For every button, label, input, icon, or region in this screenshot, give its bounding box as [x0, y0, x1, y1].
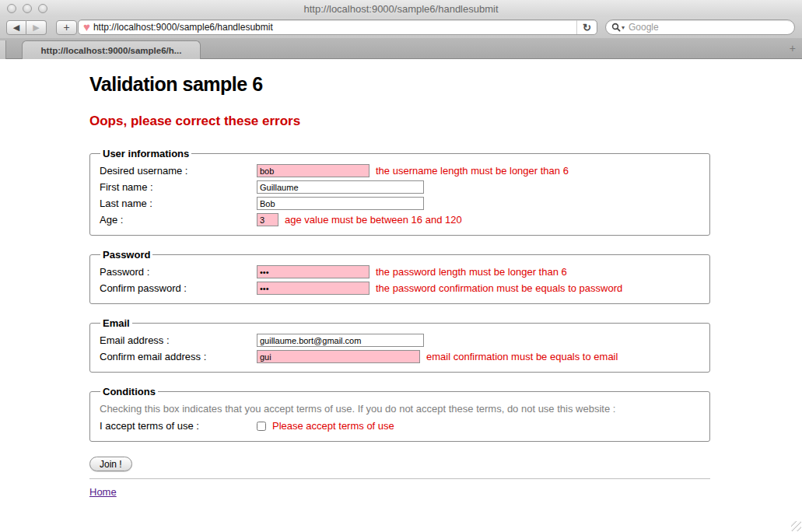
age-input[interactable]: [257, 213, 278, 226]
search-engine-caret-icon[interactable]: ▾: [622, 24, 625, 31]
password-input[interactable]: [257, 265, 369, 278]
back-button[interactable]: ◀: [6, 20, 26, 35]
age-label: Age :: [100, 214, 257, 226]
confirm-email-label: Confirm email address :: [100, 351, 257, 362]
divider: [89, 478, 710, 479]
field-row-confirm-password: Confirm password : the password confirma…: [100, 280, 700, 296]
password-error: the password length must be longer than …: [376, 266, 567, 278]
tab-bar: http://localhost:9000/sample6/h... +: [0, 38, 802, 59]
confirm-password-error: the password confirmation must be equals…: [376, 282, 622, 294]
legend-email: Email: [100, 317, 132, 329]
terms-error: Please accept terms of use: [272, 420, 394, 432]
firstname-input[interactable]: [257, 180, 424, 194]
active-tab[interactable]: http://localhost:9000/sample6/h...: [22, 40, 201, 59]
lastname-input[interactable]: [257, 197, 424, 210]
field-row-email: Email address :: [100, 332, 700, 348]
forward-icon: ▶: [33, 23, 39, 33]
address-bar[interactable]: ♥ http://localhost:9000/sample6/handlesu…: [78, 19, 597, 35]
google-search-field[interactable]: ▾ Google: [605, 19, 795, 35]
email-input[interactable]: [257, 334, 424, 347]
reload-icon: ↻: [583, 22, 591, 33]
back-icon: ◀: [13, 23, 19, 33]
browser-toolbar: ◀ ▶ + ♥ http://localhost:9000/sample6/ha…: [0, 17, 802, 38]
tab-title: http://localhost:9000/sample6/h...: [41, 46, 182, 55]
username-label: Desired username :: [100, 165, 257, 177]
join-button[interactable]: Join !: [89, 457, 132, 471]
confirm-password-input[interactable]: [257, 282, 369, 295]
username-input[interactable]: [257, 164, 369, 177]
plus-icon: +: [63, 21, 69, 33]
email-label: Email address :: [100, 334, 257, 346]
search-placeholder: Google: [629, 22, 659, 33]
field-row-lastname: Last name :: [100, 195, 700, 212]
nav-buttons: ◀ ▶: [6, 20, 47, 35]
browser-window: http://localhost:9000/sample6/handlesubm…: [0, 0, 802, 532]
fieldset-password: Password Password : the password length …: [89, 249, 710, 304]
lastname-label: Last name :: [100, 198, 257, 209]
confirm-password-label: Confirm password :: [100, 282, 257, 294]
fieldset-conditions: Conditions Checking this box indicates t…: [89, 386, 710, 442]
window-title: http://localhost:9000/sample6/handlesubm…: [0, 3, 802, 15]
password-label: Password :: [100, 266, 257, 278]
home-link[interactable]: Home: [89, 486, 117, 498]
field-row-firstname: First name :: [100, 179, 700, 195]
legend-user-informations: User informations: [100, 148, 191, 159]
address-url-text[interactable]: http://localhost:9000/sample6/handlesubm…: [93, 22, 576, 33]
field-row-terms: I accept terms of use : Please accept te…: [100, 418, 700, 434]
error-banner: Oops, please correct these errors: [89, 114, 710, 129]
page-content: Validation sample 6 Oops, please correct…: [0, 59, 802, 532]
fieldset-email: Email Email address : Confirm email addr…: [89, 317, 710, 373]
confirm-email-input[interactable]: [257, 350, 420, 363]
reload-button[interactable]: ↻: [576, 20, 597, 34]
window-resize-grip-icon[interactable]: [791, 521, 801, 531]
username-error: the username length must be longer than …: [376, 165, 569, 177]
terms-checkbox[interactable]: [257, 422, 266, 431]
search-icon: [611, 23, 621, 32]
legend-conditions: Conditions: [100, 386, 158, 397]
age-error: age value must be between 16 and 120: [285, 214, 462, 226]
favicon-heart-icon: ♥: [83, 22, 90, 33]
terms-label: I accept terms of use :: [100, 420, 257, 432]
fieldset-user-informations: User informations Desired username : the…: [89, 148, 710, 236]
window-titlebar: http://localhost:9000/sample6/handlesubm…: [0, 0, 802, 17]
forward-button[interactable]: ▶: [26, 20, 47, 35]
field-row-age: Age : age value must be between 16 and 1…: [100, 212, 700, 228]
conditions-note: Checking this box indicates that you acc…: [100, 403, 700, 415]
add-bookmark-button[interactable]: +: [56, 20, 77, 35]
field-row-confirm-email: Confirm email address : email confirmati…: [100, 348, 700, 365]
confirm-email-error: email confirmation must be equals to ema…: [426, 351, 618, 362]
new-tab-button[interactable]: +: [790, 42, 796, 54]
field-row-password: Password : the password length must be l…: [100, 264, 700, 280]
field-row-username: Desired username : the username length m…: [100, 163, 700, 179]
page-title: Validation sample 6: [89, 73, 710, 96]
legend-password: Password: [100, 249, 152, 261]
tab-bar-left-stub: [0, 40, 6, 59]
firstname-label: First name :: [100, 181, 257, 193]
new-tab-plus-icon: +: [790, 42, 796, 54]
